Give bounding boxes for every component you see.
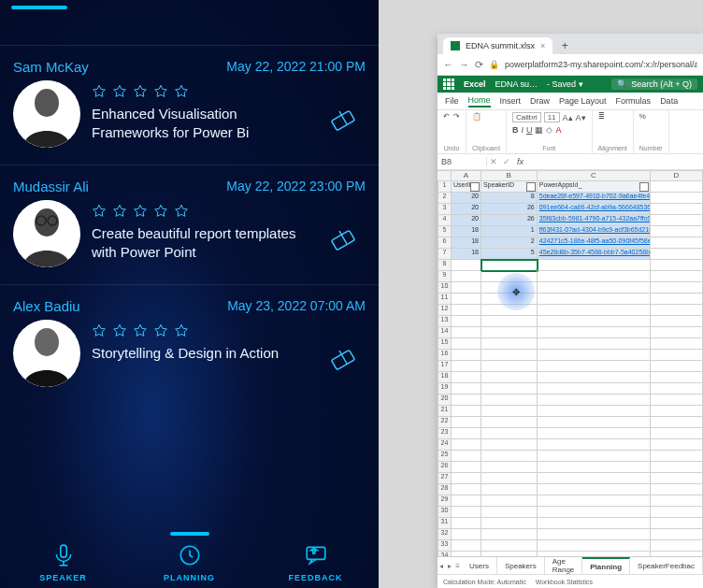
cell[interactable] [481, 507, 538, 518]
cell[interactable] [452, 406, 481, 417]
star-icon[interactable] [112, 204, 127, 219]
row-header[interactable]: 26 [438, 462, 452, 473]
ribbon-tab-formulas[interactable]: Formulas [616, 96, 652, 106]
cell[interactable] [481, 350, 538, 361]
cell[interactable] [452, 507, 481, 518]
row-header[interactable]: 10 [438, 282, 452, 294]
cell[interactable] [452, 383, 481, 394]
excel-save-state[interactable]: - Saved ▾ [547, 79, 583, 89]
star-icon[interactable] [92, 84, 107, 99]
cell[interactable]: 18 [452, 237, 481, 249]
row-header[interactable]: 4 [438, 215, 452, 226]
cell[interactable] [481, 439, 538, 451]
row-header[interactable]: 16 [438, 350, 452, 361]
font-color-icon[interactable]: A [555, 125, 561, 135]
row-header[interactable]: 5 [438, 226, 452, 237]
cell[interactable]: 8 [481, 193, 538, 204]
row-header[interactable]: 1 [438, 181, 452, 193]
cell[interactable] [538, 338, 651, 350]
star-icon[interactable] [174, 84, 189, 99]
cell[interactable] [651, 552, 703, 556]
cell[interactable] [452, 305, 481, 316]
reload-icon[interactable]: ⟳ [475, 59, 483, 71]
star-icon[interactable] [133, 323, 148, 338]
close-tab-icon[interactable]: × [540, 41, 545, 50]
star-icon[interactable] [112, 323, 127, 338]
cell[interactable]: 1 [481, 226, 538, 237]
sheet-tab[interactable]: Age Range [545, 557, 583, 574]
column-header[interactable]: D [651, 170, 703, 181]
column-header[interactable]: B [481, 170, 538, 181]
star-icon[interactable] [133, 204, 148, 219]
cell[interactable] [452, 540, 481, 552]
cell[interactable] [481, 540, 538, 552]
row-header[interactable]: 3 [438, 204, 452, 215]
row-header[interactable]: 19 [438, 383, 452, 394]
ribbon-tab-home[interactable]: Home [468, 95, 491, 108]
cell[interactable] [538, 529, 651, 540]
cell[interactable] [452, 484, 481, 495]
align-icon[interactable]: ≣ [598, 112, 605, 121]
cell[interactable] [481, 361, 538, 372]
row-header[interactable]: 27 [438, 473, 452, 484]
erase-rating-button[interactable] [328, 222, 360, 253]
cell[interactable]: ff63f431-07ad-4304-b9c9-acf3b65d2106 [538, 226, 651, 237]
increase-font-icon[interactable]: A▴ [563, 113, 573, 122]
cell[interactable]: 45e28d8b-35b7-4588-bbb7-5a40258bacc0 [538, 249, 651, 260]
cell[interactable] [651, 383, 703, 394]
cell[interactable] [481, 529, 538, 540]
cell[interactable] [651, 462, 703, 473]
row-header[interactable]: 21 [438, 406, 452, 417]
redo-icon[interactable]: ↷ [453, 112, 460, 121]
cell[interactable] [481, 383, 538, 394]
ribbon-tab-data[interactable]: Data [660, 96, 678, 106]
cell[interactable] [538, 372, 651, 383]
cell[interactable] [651, 316, 703, 327]
row-header[interactable]: 20 [438, 394, 452, 406]
bold-button[interactable]: B [512, 125, 519, 135]
filter-dropdown-icon[interactable] [639, 182, 649, 192]
app-launcher-icon[interactable] [443, 79, 454, 90]
filter-dropdown-icon[interactable] [526, 182, 536, 192]
cell[interactable] [481, 372, 538, 383]
cell[interactable] [481, 552, 538, 556]
underline-button[interactable]: U [526, 125, 533, 135]
cell[interactable] [452, 518, 481, 529]
fx-icon[interactable]: fx [513, 157, 527, 166]
row-header[interactable]: 25 [438, 451, 452, 462]
cell[interactable] [452, 372, 481, 383]
cell[interactable] [481, 260, 538, 271]
cell[interactable] [452, 552, 481, 556]
cell[interactable] [452, 294, 481, 305]
table-header-cell[interactable]: SpeakerID [481, 181, 538, 193]
cell[interactable] [481, 305, 538, 316]
cell[interactable] [452, 417, 481, 428]
table-header-cell[interactable]: PowerAppsId_ [538, 181, 651, 193]
cell[interactable] [452, 529, 481, 540]
cell[interactable]: 20 [452, 193, 481, 204]
cell[interactable] [651, 338, 703, 350]
cell[interactable] [651, 529, 703, 540]
cell[interactable] [538, 495, 651, 507]
cell[interactable] [651, 428, 703, 439]
row-header[interactable]: 28 [438, 484, 452, 495]
cell[interactable] [538, 394, 651, 406]
cell[interactable] [651, 540, 703, 552]
cell[interactable] [651, 439, 703, 451]
cell[interactable] [651, 226, 703, 237]
new-tab-button[interactable]: + [556, 37, 573, 54]
cell[interactable] [481, 462, 538, 473]
ribbon-tab-file[interactable]: File [445, 96, 459, 106]
row-header[interactable]: 14 [438, 327, 452, 338]
cell[interactable] [651, 282, 703, 294]
cell[interactable] [481, 484, 538, 495]
cell[interactable] [452, 361, 481, 372]
cell[interactable] [651, 181, 703, 193]
cell[interactable] [481, 451, 538, 462]
fill-color-icon[interactable]: ◇ [546, 125, 552, 135]
name-box[interactable]: B8 [438, 157, 487, 166]
cell[interactable] [538, 507, 651, 518]
session-card[interactable]: Mudassir Ali May 22, 2022 23:00 PM [0, 165, 379, 284]
cell[interactable] [481, 394, 538, 406]
cell[interactable]: 18 [452, 249, 481, 260]
